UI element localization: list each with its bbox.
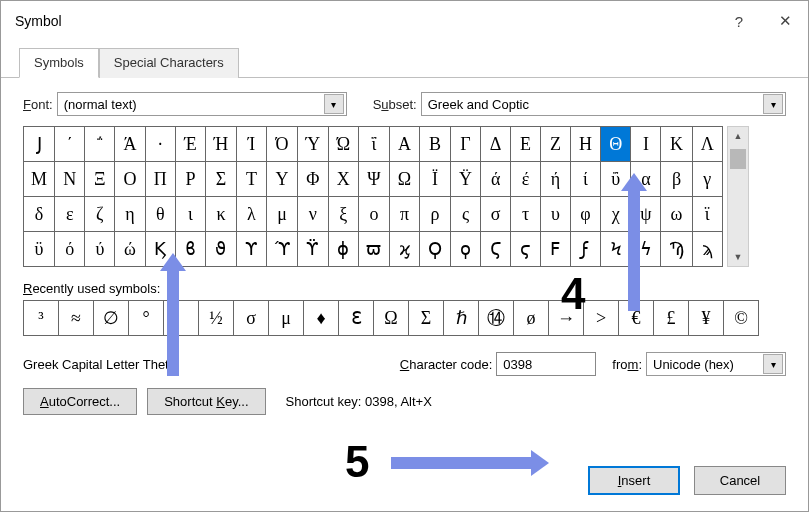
- charcode-input[interactable]: [496, 352, 596, 376]
- recent-cell[interactable]: ½: [199, 301, 234, 336]
- char-cell[interactable]: Ί: [236, 127, 266, 162]
- recent-cell[interactable]: ³: [24, 301, 59, 336]
- char-cell[interactable]: Ώ: [328, 127, 358, 162]
- char-cell[interactable]: ί: [570, 162, 600, 197]
- shortcut-key-button[interactable]: Shortcut Key...: [147, 388, 265, 415]
- char-cell[interactable]: ω: [661, 197, 692, 232]
- char-cell[interactable]: ό: [55, 232, 85, 267]
- char-cell[interactable]: ϗ: [389, 232, 419, 267]
- char-cell[interactable]: ΐ: [359, 127, 390, 162]
- char-cell[interactable]: Υ: [267, 162, 298, 197]
- recent-cell[interactable]: ¥: [689, 301, 724, 336]
- font-select[interactable]: (normal text) ▾: [57, 92, 347, 116]
- recent-cell[interactable]: >: [584, 301, 619, 336]
- autocorrect-button[interactable]: AutoCorrect...: [23, 388, 137, 415]
- char-cell[interactable]: ζ: [85, 197, 115, 232]
- char-cell[interactable]: γ: [692, 162, 722, 197]
- char-cell[interactable]: Ύ: [297, 127, 328, 162]
- char-cell[interactable]: Ω: [389, 162, 419, 197]
- scroll-up-icon[interactable]: ▲: [728, 127, 748, 145]
- char-cell[interactable]: θ: [145, 197, 175, 232]
- char-cell[interactable]: ή: [540, 162, 570, 197]
- char-cell[interactable]: β: [661, 162, 692, 197]
- recent-cell[interactable]: ♦: [304, 301, 339, 336]
- recent-cell[interactable]: ⑭: [479, 301, 514, 336]
- char-cell[interactable]: ο: [359, 197, 390, 232]
- char-cell[interactable]: π: [389, 197, 419, 232]
- recent-cell[interactable]: °: [129, 301, 164, 336]
- recent-cell[interactable]: Ɛ: [339, 301, 374, 336]
- char-cell[interactable]: ϒ: [236, 232, 266, 267]
- recent-cell[interactable]: σ: [234, 301, 269, 336]
- char-cell[interactable]: ς: [450, 197, 480, 232]
- scroll-track[interactable]: [728, 145, 748, 248]
- char-cell[interactable]: δ: [24, 197, 55, 232]
- char-cell[interactable]: Κ: [661, 127, 692, 162]
- recent-cell[interactable]: ©: [724, 301, 759, 336]
- char-cell[interactable]: η: [115, 197, 145, 232]
- char-cell[interactable]: ΄: [55, 127, 85, 162]
- char-cell[interactable]: ύ: [85, 232, 115, 267]
- char-cell[interactable]: λ: [236, 197, 266, 232]
- char-cell[interactable]: Ϊ: [420, 162, 451, 197]
- char-cell[interactable]: Ι: [631, 127, 661, 162]
- char-cell[interactable]: κ: [206, 197, 237, 232]
- char-cell[interactable]: ά: [481, 162, 511, 197]
- char-cell[interactable]: ε: [55, 197, 85, 232]
- char-cell[interactable]: ν: [297, 197, 328, 232]
- cancel-button[interactable]: Cancel: [694, 466, 786, 495]
- char-cell[interactable]: Ψ: [359, 162, 390, 197]
- char-cell[interactable]: Ϳ: [24, 127, 55, 162]
- char-cell[interactable]: Ο: [115, 162, 145, 197]
- char-cell[interactable]: Ε: [511, 127, 541, 162]
- char-cell[interactable]: Φ: [297, 162, 328, 197]
- char-cell[interactable]: ϙ: [450, 232, 480, 267]
- recent-cell[interactable]: £: [654, 301, 689, 336]
- char-cell[interactable]: Δ: [481, 127, 511, 162]
- char-cell[interactable]: ϔ: [297, 232, 328, 267]
- char-cell[interactable]: Ϡ: [661, 232, 692, 267]
- char-cell[interactable]: ξ: [328, 197, 358, 232]
- char-cell[interactable]: Έ: [175, 127, 205, 162]
- char-cell[interactable]: μ: [267, 197, 298, 232]
- char-cell[interactable]: σ: [481, 197, 511, 232]
- char-cell[interactable]: ΅: [85, 127, 115, 162]
- char-cell[interactable]: ϛ: [511, 232, 541, 267]
- char-cell[interactable]: Ϋ: [450, 162, 480, 197]
- char-cell[interactable]: Θ: [601, 127, 631, 162]
- char-cell[interactable]: Ν: [55, 162, 85, 197]
- char-cell[interactable]: ι: [175, 197, 205, 232]
- insert-button[interactable]: Insert: [588, 466, 680, 495]
- char-cell[interactable]: Λ: [692, 127, 722, 162]
- char-cell[interactable]: ϑ: [206, 232, 237, 267]
- close-button[interactable]: ✕: [762, 1, 808, 41]
- char-cell[interactable]: Η: [570, 127, 600, 162]
- char-cell[interactable]: Γ: [450, 127, 480, 162]
- char-cell[interactable]: Ϝ: [540, 232, 570, 267]
- char-cell[interactable]: Β: [420, 127, 451, 162]
- subset-select[interactable]: Greek and Coptic ▾: [421, 92, 786, 116]
- char-cell[interactable]: Σ: [206, 162, 237, 197]
- char-cell[interactable]: Π: [145, 162, 175, 197]
- char-cell[interactable]: Χ: [328, 162, 358, 197]
- char-cell[interactable]: Μ: [24, 162, 55, 197]
- recent-symbols-grid[interactable]: ³≈∅°½σμ♦ƐΩΣℏ⑭ø→>€£¥©: [23, 300, 759, 336]
- char-cell[interactable]: φ: [570, 197, 600, 232]
- char-cell[interactable]: ϝ: [570, 232, 600, 267]
- scroll-thumb[interactable]: [730, 149, 746, 169]
- char-cell[interactable]: Ή: [206, 127, 237, 162]
- recent-cell[interactable]: Σ: [409, 301, 444, 336]
- recent-cell[interactable]: ≈: [59, 301, 94, 336]
- char-cell[interactable]: Τ: [236, 162, 266, 197]
- char-cell[interactable]: Ϙ: [420, 232, 451, 267]
- char-cell[interactable]: Ζ: [540, 127, 570, 162]
- char-cell[interactable]: τ: [511, 197, 541, 232]
- char-cell[interactable]: Ρ: [175, 162, 205, 197]
- char-cell[interactable]: Ϟ: [601, 232, 631, 267]
- char-cell[interactable]: ϓ: [267, 232, 298, 267]
- char-cell[interactable]: χ: [601, 197, 631, 232]
- recent-cell[interactable]: ø: [514, 301, 549, 336]
- char-cell[interactable]: ώ: [115, 232, 145, 267]
- char-cell[interactable]: Ό: [267, 127, 298, 162]
- char-cell[interactable]: ϕ: [328, 232, 358, 267]
